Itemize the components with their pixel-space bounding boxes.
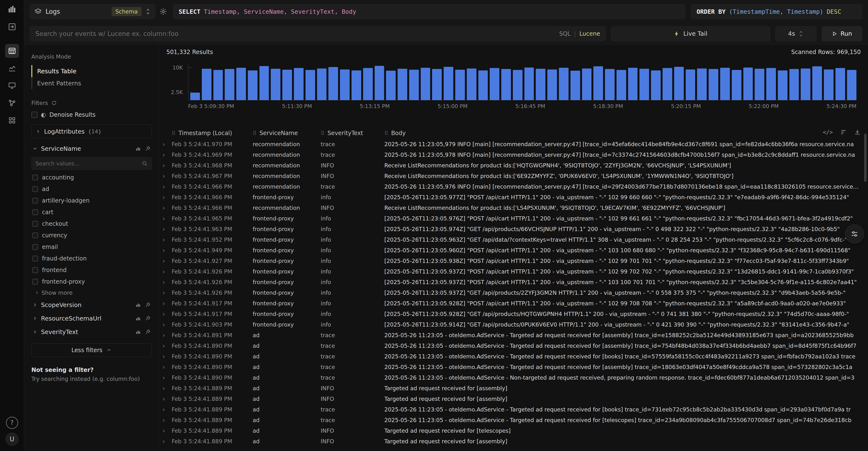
value-checkbox[interactable] bbox=[32, 221, 38, 227]
histogram-bar[interactable] bbox=[225, 69, 235, 100]
row-expand-chevron[interactable]: › bbox=[159, 385, 172, 391]
histogram-bar[interactable] bbox=[605, 69, 615, 100]
vertical-scrollbar[interactable] bbox=[864, 133, 867, 182]
service-map-icon[interactable] bbox=[5, 96, 19, 110]
log-row[interactable]: ›Feb 3 5:24:41.889 PMadINFOTargeted ad r… bbox=[159, 425, 868, 436]
log-row[interactable]: ›Feb 3 5:24:41.965 PMfrontend-proxyinfo[… bbox=[159, 213, 868, 224]
row-expand-chevron[interactable]: › bbox=[159, 300, 172, 306]
histogram-bar[interactable] bbox=[640, 69, 649, 100]
filter-value-row[interactable]: email bbox=[31, 241, 152, 253]
log-row[interactable]: ›Feb 3 5:24:41.889 PMadINFOTargeted ad r… bbox=[159, 436, 868, 447]
filter-value-row[interactable]: fraud-detection bbox=[31, 253, 152, 264]
download-icon[interactable] bbox=[854, 129, 861, 136]
mini-bar-chart-icon[interactable] bbox=[135, 315, 141, 321]
filter-value-row[interactable]: checkout bbox=[31, 218, 152, 230]
drag-handle-icon[interactable]: ⠿ bbox=[253, 130, 256, 136]
histogram-bar[interactable] bbox=[213, 70, 223, 100]
value-checkbox[interactable] bbox=[32, 198, 38, 204]
log-row[interactable]: ›Feb 3 5:24:41.890 PMadtrace2025-05-26 1… bbox=[159, 351, 868, 362]
log-row[interactable]: ›Feb 3 5:24:41.890 PMadtrace2025-05-26 1… bbox=[159, 372, 868, 383]
pin-icon[interactable] bbox=[145, 315, 151, 321]
filter-group-resourceschemaurl[interactable]: ResourceSchemaUrl bbox=[31, 311, 152, 325]
search-values-box[interactable] bbox=[31, 157, 152, 170]
log-row[interactable]: ›Feb 3 5:24:41.927 PMfrontend-proxyinfo[… bbox=[159, 255, 868, 266]
histogram-bar[interactable] bbox=[570, 71, 580, 100]
row-expand-chevron[interactable]: › bbox=[159, 162, 172, 169]
histogram-bar[interactable] bbox=[190, 93, 200, 100]
histogram-bar[interactable] bbox=[824, 69, 834, 100]
histogram-bar[interactable] bbox=[490, 68, 499, 100]
histogram-bar[interactable] bbox=[282, 70, 292, 100]
denoise-results-toggle[interactable]: ◐ Denoise Results bbox=[31, 112, 152, 118]
search-table-icon[interactable] bbox=[5, 44, 19, 58]
row-expand-chevron[interactable]: › bbox=[159, 268, 172, 275]
log-row[interactable]: ›Feb 3 5:24:41.889 PMadtrace2025-05-26 1… bbox=[159, 404, 868, 415]
histogram-bar[interactable] bbox=[317, 68, 327, 100]
histogram-bar[interactable] bbox=[709, 69, 718, 100]
row-expand-chevron[interactable]: › bbox=[159, 247, 172, 253]
histogram-bar[interactable] bbox=[259, 66, 269, 100]
row-expand-chevron[interactable]: › bbox=[159, 438, 172, 445]
row-expand-chevron[interactable]: › bbox=[159, 428, 172, 434]
log-row[interactable]: ›Feb 3 5:24:41.966 PMrecommendationtrace… bbox=[159, 181, 868, 192]
log-row[interactable]: ›Feb 3 5:24:41.903 PMfrontend-proxyinfo[… bbox=[159, 319, 868, 330]
histogram-bar[interactable] bbox=[467, 68, 476, 100]
log-row[interactable]: ›Feb 3 5:24:41.891 PMadtrace2025-05-26 1… bbox=[159, 330, 868, 340]
histogram-bar[interactable] bbox=[478, 70, 488, 100]
filter-value-row[interactable]: cart bbox=[31, 206, 152, 218]
histogram-bar[interactable] bbox=[766, 68, 776, 100]
row-expand-chevron[interactable]: › bbox=[159, 343, 172, 349]
log-row[interactable]: ›Feb 3 5:24:41.926 PMfrontend-proxyinfo[… bbox=[159, 277, 868, 288]
row-expand-chevron[interactable]: › bbox=[159, 258, 172, 264]
denoise-checkbox[interactable] bbox=[31, 112, 38, 118]
histogram-bar[interactable] bbox=[617, 70, 626, 100]
histogram-bar[interactable] bbox=[778, 70, 787, 100]
filter-value-row[interactable]: frontend-proxy bbox=[31, 276, 152, 288]
search-values-input[interactable] bbox=[35, 160, 142, 167]
refresh-icon[interactable] bbox=[51, 100, 57, 106]
histogram-bar[interactable] bbox=[386, 71, 396, 100]
histogram-bar[interactable] bbox=[651, 70, 661, 100]
row-expand-chevron[interactable]: › bbox=[159, 205, 172, 211]
histogram-bar[interactable] bbox=[720, 68, 730, 100]
histogram-bar[interactable] bbox=[236, 68, 246, 100]
pin-icon[interactable] bbox=[145, 146, 151, 151]
monitor-icon[interactable] bbox=[5, 79, 19, 93]
row-expand-chevron[interactable]: › bbox=[159, 396, 172, 402]
mini-bar-chart-icon[interactable] bbox=[135, 302, 141, 308]
histogram-bar[interactable] bbox=[755, 69, 764, 100]
column-header-body[interactable]: ⠿ Body bbox=[384, 130, 868, 137]
histogram-bar[interactable] bbox=[593, 66, 603, 100]
log-row[interactable]: ›Feb 3 5:24:41.890 PMadtrace2025-05-26 1… bbox=[159, 340, 868, 351]
histogram-bar[interactable] bbox=[294, 68, 304, 100]
log-row[interactable]: ›Feb 3 5:24:41.963 PMfrontend-proxyinfo[… bbox=[159, 224, 868, 234]
value-checkbox[interactable] bbox=[32, 255, 38, 262]
panel-arrow-icon[interactable] bbox=[5, 20, 19, 34]
row-expand-chevron[interactable]: › bbox=[159, 322, 172, 328]
histogram-bar[interactable] bbox=[524, 67, 534, 100]
row-expand-chevron[interactable]: › bbox=[159, 184, 172, 190]
histogram-bar[interactable] bbox=[202, 69, 212, 100]
histogram-bar[interactable] bbox=[398, 69, 407, 100]
filter-value-row[interactable]: currency bbox=[31, 230, 152, 241]
row-expand-chevron[interactable]: › bbox=[159, 374, 172, 381]
log-row[interactable]: ›Feb 3 5:24:41.967 PMrecommendationINFOR… bbox=[159, 171, 868, 181]
app-logo-icon[interactable] bbox=[8, 5, 17, 13]
histogram-bar[interactable] bbox=[674, 67, 684, 100]
log-row[interactable]: ›Feb 3 5:24:41.926 PMfrontend-proxyinfo[… bbox=[159, 288, 868, 298]
histogram-bar[interactable] bbox=[271, 69, 280, 100]
source-select[interactable]: Logs Schema bbox=[30, 4, 155, 19]
row-expand-chevron[interactable]: › bbox=[159, 332, 172, 338]
settings-gear-button[interactable] bbox=[159, 7, 167, 16]
histogram-bar[interactable] bbox=[536, 69, 546, 100]
row-expand-chevron[interactable]: › bbox=[159, 173, 172, 179]
row-expand-chevron[interactable]: › bbox=[159, 279, 172, 285]
histogram-bar[interactable] bbox=[835, 68, 845, 100]
mini-bar-chart-icon[interactable] bbox=[135, 329, 141, 335]
histogram-bar[interactable] bbox=[432, 69, 442, 100]
histogram-bar[interactable] bbox=[421, 68, 430, 100]
row-expand-chevron[interactable]: › bbox=[159, 290, 172, 296]
row-expand-chevron[interactable]: › bbox=[159, 237, 172, 243]
histogram-bar[interactable] bbox=[743, 67, 753, 100]
order-by-display[interactable]: ORDER BY (TimestampTime, Timestamp) DESC bbox=[691, 4, 862, 19]
